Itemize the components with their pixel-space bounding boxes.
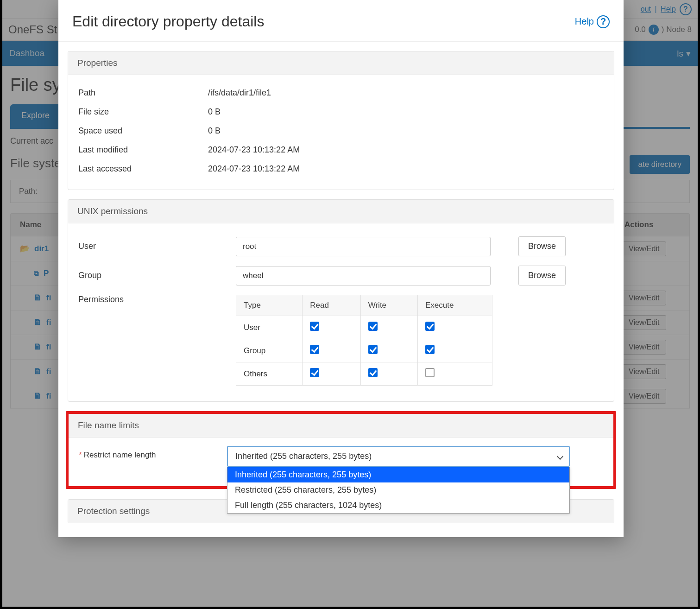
permissions-label: Permissions — [78, 295, 208, 304]
chevron-down-icon — [557, 453, 563, 459]
perm-read-checkbox[interactable] — [310, 345, 319, 354]
prop-lastmod-value: 2024-07-23 10:13:22 AM — [208, 145, 300, 155]
restrict-option[interactable]: Inherited (255 characters, 255 bytes) — [227, 467, 569, 482]
file-name-limits-panel: File name limits * Restrict name length … — [66, 411, 616, 489]
permissions-row: User — [236, 316, 492, 339]
th-execute: Execute — [418, 295, 492, 316]
unix-permissions-panel: UNIX permissions User Browse Group Brows… — [68, 199, 614, 402]
limits-heading: File name limits — [69, 414, 613, 438]
required-star-icon: * — [79, 450, 82, 460]
perm-type: User — [236, 316, 303, 339]
group-input[interactable] — [236, 266, 491, 285]
perm-write-checkbox[interactable] — [368, 345, 378, 354]
restrict-option[interactable]: Restricted (255 characters, 255 bytes) — [227, 482, 569, 498]
modal-title: Edit directory property details — [72, 13, 264, 30]
prop-spaceused-label: Space used — [78, 126, 208, 136]
perm-execute-checkbox[interactable] — [425, 368, 435, 377]
prop-filesize-value: 0 B — [208, 107, 221, 117]
modal-help-link[interactable]: Help ? — [575, 15, 610, 28]
perm-write-checkbox[interactable] — [368, 322, 378, 331]
group-label: Group — [78, 271, 208, 280]
permissions-table: Type Read Write Execute UserGroupOthers — [236, 295, 492, 386]
perm-read-checkbox[interactable] — [310, 322, 319, 331]
modal-header: Edit directory property details Help ? — [58, 0, 624, 42]
perm-execute-checkbox[interactable] — [425, 345, 435, 354]
perm-write-checkbox[interactable] — [368, 368, 378, 377]
perm-type: Group — [236, 339, 303, 362]
user-input[interactable] — [236, 237, 491, 256]
restrict-name-length-label: Restrict name length — [84, 450, 156, 460]
prop-lastacc-value: 2024-07-23 10:13:22 AM — [208, 164, 300, 174]
help-icon: ? — [597, 15, 610, 28]
prop-lastacc-label: Last accessed — [78, 164, 208, 174]
th-read: Read — [303, 295, 361, 316]
prop-filesize-label: File size — [78, 107, 208, 117]
browse-user-button[interactable]: Browse — [518, 236, 566, 256]
prop-spaceused-value: 0 B — [208, 126, 221, 136]
properties-heading: Properties — [68, 51, 614, 75]
properties-panel: Properties Path/ifs/data/dir1/file1 File… — [68, 51, 614, 190]
select-current-value: Inherited (255 characters, 255 bytes) — [235, 451, 372, 461]
prop-path-value: /ifs/data/dir1/file1 — [208, 88, 271, 98]
th-write: Write — [360, 295, 417, 316]
permissions-row: Group — [236, 339, 492, 362]
perm-type: Others — [236, 362, 303, 386]
perm-read-checkbox[interactable] — [310, 368, 319, 377]
restrict-name-length-select[interactable]: Inherited (255 characters, 255 bytes) In… — [227, 446, 570, 467]
user-label: User — [78, 241, 208, 251]
prop-path-label: Path — [78, 88, 208, 98]
perm-execute-checkbox[interactable] — [425, 322, 435, 331]
edit-directory-modal: Edit directory property details Help ? P… — [58, 0, 624, 537]
restrict-name-length-dropdown[interactable]: Inherited (255 characters, 255 bytes)Res… — [227, 467, 570, 514]
prop-lastmod-label: Last modified — [78, 145, 208, 155]
th-type: Type — [236, 295, 303, 316]
permissions-row: Others — [236, 362, 492, 386]
browse-group-button[interactable]: Browse — [518, 266, 566, 285]
restrict-option[interactable]: Full length (255 characters, 1024 bytes) — [227, 498, 569, 513]
unix-heading: UNIX permissions — [68, 200, 614, 223]
